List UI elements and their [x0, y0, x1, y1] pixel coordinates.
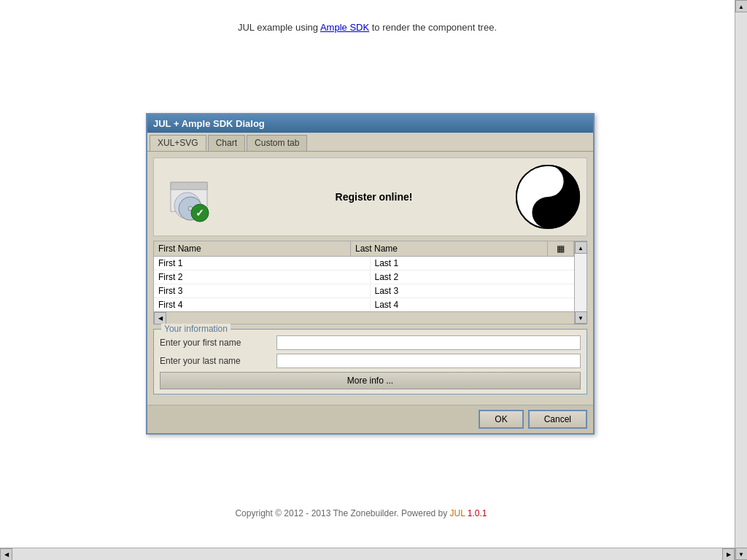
- bottom-scrollbar[interactable]: [0, 548, 735, 560]
- cell-first: First 2: [154, 271, 371, 284]
- scroll-left-btn[interactable]: [0, 548, 12, 561]
- col-resize[interactable]: ▦: [548, 241, 574, 256]
- info-legend: Your information: [161, 324, 231, 334]
- scroll-down-btn[interactable]: [735, 548, 748, 560]
- first-name-input[interactable]: [276, 335, 581, 350]
- yin-yang-icon: [515, 164, 581, 230]
- info-section: Your information Enter your first name E…: [153, 329, 587, 394]
- dialog-titlebar: JUL + Ample SDK Dialog: [147, 114, 593, 133]
- right-scrollbar[interactable]: [735, 0, 747, 560]
- cell-first: First 4: [154, 298, 371, 311]
- register-text: Register online!: [233, 191, 515, 203]
- copyright-text: Copyright © 2012 - 2013 The Zonebuilder.…: [235, 508, 449, 518]
- cell-first: First 3: [154, 284, 371, 298]
- svg-text:✓: ✓: [196, 207, 204, 219]
- cancel-button[interactable]: Cancel: [528, 410, 587, 429]
- scroll-right-btn[interactable]: [722, 548, 735, 561]
- cell-last: Last 2: [371, 271, 587, 284]
- svg-point-10: [543, 176, 553, 186]
- svg-point-11: [543, 207, 553, 217]
- dialog: JUL + Ample SDK Dialog XUL+SVG Chart Cus…: [146, 113, 595, 435]
- table-row[interactable]: First 1 Last 1: [154, 257, 587, 271]
- tab-bar: XUL+SVG Chart Custom tab: [147, 133, 593, 152]
- top-section: ✓ Register online!: [153, 158, 587, 236]
- table-row[interactable]: First 2 Last 2: [154, 271, 587, 284]
- more-info-button[interactable]: More info ...: [160, 372, 581, 389]
- jul-link: JUL: [450, 508, 468, 518]
- dialog-title: JUL + Ample SDK Dialog: [153, 118, 265, 129]
- header-text: JUL example using Ample SDK to render th…: [0, 0, 735, 47]
- list-section: First Name Last Name ▦ First 1 Last 1: [153, 241, 587, 324]
- list-header: First Name Last Name ▦: [154, 241, 587, 257]
- list-scroll-down[interactable]: [575, 311, 587, 324]
- dialog-footer: OK Cancel: [147, 405, 593, 433]
- header-suffix: to render the component tree.: [369, 22, 497, 33]
- col-first-name: First Name: [154, 241, 351, 256]
- first-name-label: Enter your first name: [160, 338, 276, 348]
- last-name-input[interactable]: [276, 354, 581, 368]
- tab-xul-svg[interactable]: XUL+SVG: [150, 135, 206, 151]
- list-scroll-left[interactable]: [154, 312, 166, 324]
- cell-last: Last 3: [371, 284, 587, 298]
- first-name-row: Enter your first name: [160, 335, 581, 350]
- dialog-body: ✓ Register online!: [147, 152, 593, 405]
- cell-last: Last 4: [371, 298, 587, 311]
- footer-text: Copyright © 2012 - 2013 The Zonebuilder.…: [0, 508, 722, 518]
- list-scroll-up[interactable]: [575, 241, 587, 254]
- ok-button[interactable]: OK: [479, 410, 523, 429]
- table-row[interactable]: First 4 Last 4: [154, 298, 587, 311]
- tab-chart[interactable]: Chart: [208, 135, 245, 151]
- header-prefix: JUL example using: [238, 22, 320, 33]
- col-last-name: Last Name: [351, 241, 548, 256]
- version-text: 1.0.1: [468, 508, 487, 518]
- list-hscroll[interactable]: [154, 311, 587, 324]
- cell-first: First 1: [154, 257, 371, 270]
- svg-rect-1: [171, 182, 207, 190]
- last-name-row: Enter your last name: [160, 354, 581, 368]
- ample-sdk-link[interactable]: Ample SDK: [320, 22, 369, 33]
- last-name-label: Enter your last name: [160, 356, 276, 366]
- table-row[interactable]: First 3 Last 3: [154, 284, 587, 298]
- software-box-icon: ✓: [160, 168, 218, 226]
- list-vscroll[interactable]: [574, 241, 587, 324]
- list-body: First 1 Last 1 First 2 Last 2 First 3 La…: [154, 257, 587, 311]
- cell-last: Last 1: [371, 257, 587, 270]
- tab-custom[interactable]: Custom tab: [247, 135, 307, 151]
- scroll-up-btn[interactable]: [735, 0, 748, 12]
